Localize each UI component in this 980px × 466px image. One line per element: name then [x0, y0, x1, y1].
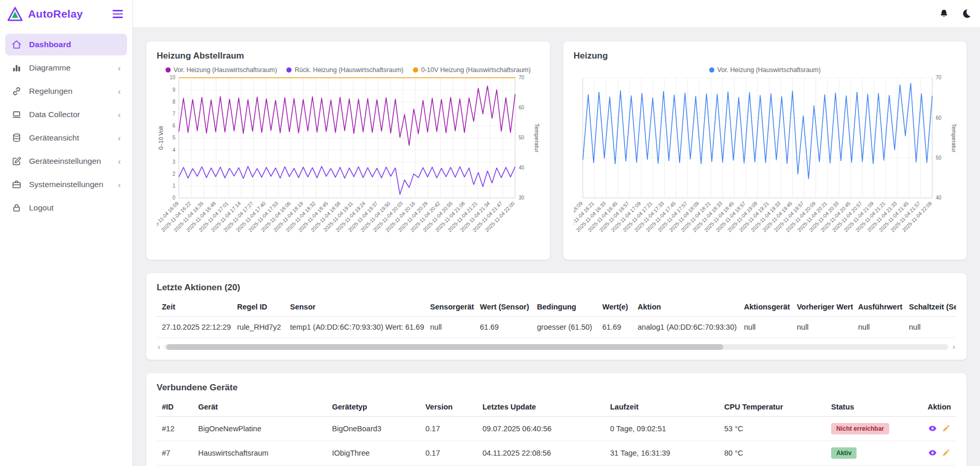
section-title: Verbundene Geräte — [157, 383, 956, 393]
legend-item[interactable]: 0-10V Heizung (Hauswirtschaftsraum) — [413, 66, 531, 74]
sidebar-item-geraeteansicht[interactable]: Geräteansicht‹ — [5, 127, 127, 149]
column-header: Wert (Sensor) — [475, 297, 532, 317]
actions-table-wrap: ZeitRegel IDSensorSensorgerätWert (Senso… — [157, 297, 956, 338]
column-header: Aktion — [632, 297, 739, 317]
svg-text:4: 4 — [173, 147, 176, 153]
cell: BigOneBoard3 — [327, 417, 420, 441]
cell: 27.10.2025 22:12:29 — [157, 317, 232, 338]
dashboard-content: Heizung Abstellraum Vor. Heizung (Hauswi… — [133, 28, 980, 466]
scrollbar-track[interactable] — [164, 344, 949, 350]
svg-text:60: 60 — [519, 105, 524, 110]
verbundene-geraete-card: Verbundene Geräte #IDGerätGerätetypVersi… — [146, 373, 967, 466]
cell: 09.07.2025 06:40:56 — [477, 417, 605, 441]
menu-toggle-button[interactable] — [111, 8, 125, 20]
view-device-button[interactable] — [928, 448, 937, 458]
column-header: Zeit — [157, 297, 232, 317]
chevron-left-icon: ‹ — [118, 87, 121, 96]
sidebar-item-logout[interactable]: Logout — [5, 197, 127, 219]
svg-text:50: 50 — [935, 155, 941, 161]
sidebar-item-label: Systemeinstellungen — [29, 180, 103, 189]
sidebar-item-systemeinstellungen[interactable]: Systemeinstellungen‹ — [5, 174, 127, 195]
legend-item[interactable]: Vor. Heizung (Hauswirtschaftsraum) — [709, 66, 821, 74]
column-header: Ausführwert — [853, 297, 904, 317]
app-logo — [7, 6, 23, 22]
sidebar-item-label: Logout — [29, 203, 53, 213]
column-header: Aktion — [922, 397, 956, 417]
scroll-right-button[interactable]: › — [951, 343, 956, 350]
cell: 61.69 — [597, 317, 632, 338]
scroll-left-button[interactable]: ‹ — [157, 343, 161, 350]
sidebar-nav: DashboardDiagramme‹Regelungen‹Data Colle… — [0, 28, 132, 220]
eye-icon — [928, 448, 937, 457]
cell: 61.69 — [475, 317, 532, 338]
svg-text:50: 50 — [519, 135, 524, 140]
cell: 04.11.2025 22:08:56 — [477, 441, 605, 465]
svg-text:5: 5 — [173, 135, 176, 140]
svg-text:1: 1 — [173, 183, 175, 189]
status-badge: Aktiv — [831, 447, 857, 459]
svg-text:2: 2 — [173, 171, 175, 177]
lock-icon — [11, 203, 22, 213]
horizontal-scrollbar[interactable]: ‹ › — [157, 343, 956, 350]
moon-icon[interactable] — [960, 7, 973, 20]
row-actions — [928, 423, 951, 433]
svg-text:0–10 Volt: 0–10 Volt — [158, 126, 164, 150]
view-device-button[interactable] — [928, 423, 937, 433]
cell: 0 Tage, 09:02:51 — [605, 417, 719, 441]
bell-icon[interactable] — [937, 7, 950, 20]
cell: Hauswirtschaftsraum — [193, 441, 327, 465]
link-icon — [11, 86, 22, 96]
column-header: Wert(e) — [597, 297, 632, 317]
edit-device-button[interactable] — [942, 448, 951, 457]
column-header: Letztes Update — [477, 397, 605, 417]
svg-text:0: 0 — [173, 195, 176, 201]
svg-text:3: 3 — [173, 159, 176, 165]
sidebar-item-diagramme[interactable]: Diagramme‹ — [5, 57, 127, 79]
sidebar-item-dashboard[interactable]: Dashboard — [5, 34, 127, 55]
edit-device-button[interactable] — [942, 423, 951, 433]
column-header: Version — [420, 397, 477, 417]
chart-icon — [11, 63, 22, 73]
svg-text:7: 7 — [173, 111, 175, 117]
chart-card-heizung: Heizung Vor. Heizung (Hauswirtschaftsrau… — [563, 41, 967, 260]
scrollbar-thumb[interactable] — [167, 344, 723, 350]
laptop-icon — [11, 109, 22, 120]
legend-dot — [709, 67, 714, 73]
svg-text:60: 60 — [935, 115, 941, 121]
column-header: #ID — [157, 397, 193, 417]
cell: rule_RHd7y2 — [232, 317, 285, 338]
sidebar-item-regelungen[interactable]: Regelungen‹ — [5, 80, 127, 102]
chevron-left-icon: ‹ — [118, 157, 121, 166]
cell: 80 °C — [719, 441, 826, 465]
legend-item[interactable]: Vor. Heizung (Hauswirtschaftsraum) — [165, 66, 277, 74]
table-row: 27.10.2025 22:12:29rule_RHd7y2temp1 (A0:… — [157, 317, 956, 338]
cell: BigOneNewPlatine — [193, 417, 327, 441]
column-header: Status — [826, 397, 922, 417]
cell: #12 — [157, 417, 193, 441]
sidebar-item-geraeteeinstellungen[interactable]: Geräteeinstellungen‹ — [5, 150, 127, 172]
chevron-left-icon: ‹ — [118, 180, 121, 189]
chart-legend: Vor. Heizung (Hauswirtschaftsraum)Rück. … — [157, 66, 540, 74]
devices-table: #IDGerätGerätetypVersionLetztes UpdateLa… — [157, 397, 956, 466]
column-header: Sensorgerät — [425, 297, 475, 317]
cell: 31 Tage, 16:31:39 — [605, 441, 719, 465]
legend-item[interactable]: Rück. Heizung (Hauswirtschaftsraum) — [286, 66, 404, 74]
svg-text:6: 6 — [173, 123, 176, 129]
column-header: Sensor — [285, 297, 425, 317]
cell: analog1 (A0:DD:6C:70:93:30) — [632, 317, 739, 338]
legend-dot — [165, 67, 171, 73]
column-header: CPU Temperatur — [719, 397, 826, 417]
line-chart: 40506070Temperatur2025-11-04 16:092025-1… — [574, 75, 957, 248]
svg-text:70: 70 — [935, 75, 941, 80]
sidebar-item-data-collector[interactable]: Data Collector‹ — [5, 104, 127, 125]
charts-row: Heizung Abstellraum Vor. Heizung (Hauswi… — [146, 41, 967, 260]
column-header: Regel ID — [232, 297, 285, 317]
column-header: Bedingung — [532, 297, 597, 317]
pencil-icon — [942, 448, 950, 457]
row-actions — [928, 448, 951, 458]
table-row: #7HauswirtschaftsraumIObigThree0.1704.11… — [157, 441, 956, 465]
chart-title: Heizung — [574, 51, 957, 61]
briefcase-icon — [11, 179, 22, 190]
cell: 0.17 — [420, 417, 477, 441]
cell: groesser (61.50) — [532, 317, 597, 338]
